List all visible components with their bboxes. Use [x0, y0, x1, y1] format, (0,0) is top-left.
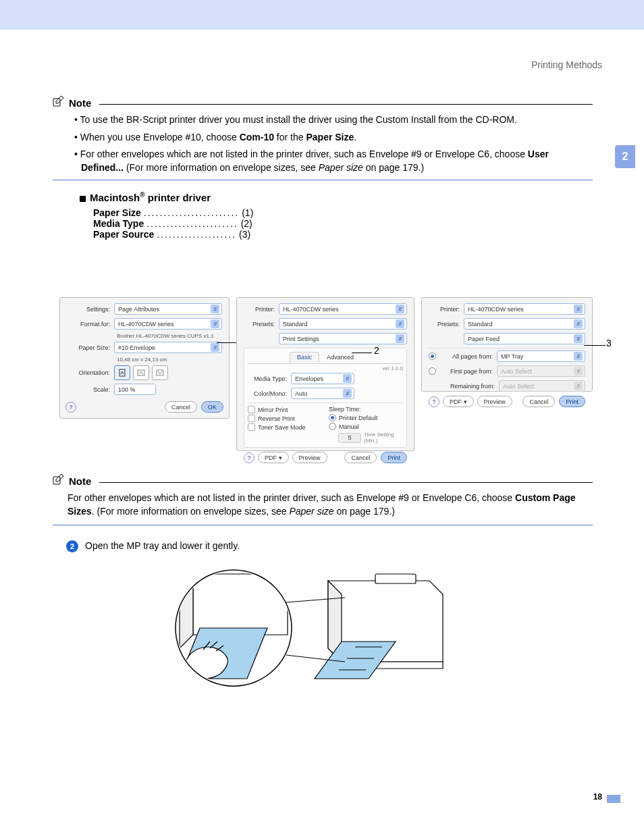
d1-cancel-button[interactable]: Cancel [165, 401, 197, 413]
d3-printer-label: Printer: [429, 306, 460, 313]
help-icon[interactable]: ? [65, 402, 76, 413]
updown-icon: ⇵ [396, 334, 404, 343]
d1-orientation-label: Orientation: [67, 369, 110, 376]
dialog-page-setup: Settings: Page Attributes⇵ Format for: H… [59, 297, 230, 419]
pencil-note-icon [53, 95, 65, 109]
d2-inner-panel: Basic Advanced ver.1.0.0 Media Type: Env… [244, 348, 407, 448]
note-1-bullet-3: • For other envelopes which are not list… [74, 148, 593, 174]
top-band [0, 0, 644, 30]
d2-presets-label: Presets: [244, 321, 275, 328]
d1-format-select[interactable]: HL-4070CDW series⇵ [114, 318, 222, 330]
macintosh-driver-heading: Macintosh® printer driver [80, 191, 593, 203]
updown-icon: ⇵ [343, 389, 352, 398]
note-1-header: Note [53, 95, 593, 109]
d2-print-button[interactable]: Print [381, 452, 407, 463]
updown-icon: ⇵ [211, 305, 219, 313]
d2-pdf-button[interactable]: PDF ▾ [258, 452, 289, 463]
d2-tab-basic[interactable]: Basic [290, 352, 319, 363]
printer-illustration [173, 561, 463, 702]
note-2-rule [99, 482, 593, 483]
note-2-label: Note [69, 475, 91, 487]
help-icon[interactable]: ? [429, 396, 439, 407]
note-1-bottom-rule [53, 180, 593, 180]
d2-sleep-value: 5 [338, 433, 361, 443]
updown-icon: ⇵ [574, 334, 583, 343]
d3-allpages-label: All pages from: [440, 353, 493, 360]
note-2-header: Note [53, 473, 593, 488]
d1-settings-label: Settings: [67, 306, 110, 313]
page-number-accent [607, 795, 620, 803]
d3-printer-select[interactable]: HL-4070CDW series⇵ [464, 303, 585, 315]
callout-2-line [352, 353, 372, 353]
d3-firstpage-label: First page from: [440, 368, 493, 375]
d2-version: ver.1.0.0 [248, 365, 403, 371]
d3-presets-label: Presets: [429, 321, 460, 328]
d1-orient-reverse-landscape[interactable] [152, 365, 168, 380]
driver-row-paper-size: Paper Size ........................ (1) [93, 207, 593, 218]
step-2-text: Open the MP tray and lower it gently. [85, 540, 240, 551]
d1-format-subtext: Brother HL-4070CDW series CUPS v1.1 [117, 333, 222, 339]
d1-orient-landscape[interactable] [133, 365, 149, 380]
d1-orient-portrait[interactable] [114, 365, 130, 380]
step-2: 2 Open the MP tray and lower it gently. [66, 540, 240, 552]
d2-mediatype-select[interactable]: Envelopes⇵ [291, 373, 354, 384]
note-1-body: • To use the BR-Script printer driver yo… [74, 113, 593, 174]
d1-settings-select[interactable]: Page Attributes⇵ [114, 303, 222, 315]
note-1-bullet-2: • When you use Envelope #10, choose Com-… [74, 131, 593, 145]
d3-preview-button[interactable]: Preview [477, 396, 512, 407]
d2-printer-select[interactable]: HL-4070CDW series⇵ [279, 303, 407, 315]
driver-row-paper-source: Paper Source .................... (3) [93, 229, 593, 240]
d2-cancel-button[interactable]: Cancel [344, 452, 377, 463]
page-number: 18 [593, 792, 602, 802]
d1-format-label: Format for: [67, 321, 110, 328]
d3-remaining-label: Remaining from: [442, 383, 495, 390]
note-2-body: For other envelopes which are not listed… [68, 492, 593, 518]
bullet-square-icon [80, 196, 86, 202]
d1-ok-button[interactable]: OK [201, 401, 223, 413]
d2-sleep-manual-radio[interactable]: Manual [329, 423, 403, 430]
chapter-tab: 2 [615, 145, 635, 168]
d3-panel-select[interactable]: Paper Feed⇵ [464, 333, 585, 344]
d3-print-button[interactable]: Print [559, 396, 585, 407]
driver-row-media-type: Media Type ....................... (2) [93, 218, 593, 229]
d3-firstpage-select: Auto Select⇵ [497, 365, 585, 377]
d2-toner-checkbox[interactable]: Toner Save Mode [248, 423, 322, 431]
d2-mirror-checkbox[interactable]: Mirror Print [248, 406, 322, 413]
pencil-note-icon [53, 473, 65, 488]
d3-presets-select[interactable]: Standard⇵ [464, 318, 585, 330]
d1-papersize-select[interactable]: #10 Envelope⇵ [114, 342, 222, 353]
note-1-label: Note [69, 97, 91, 109]
dialog-print-settings: Printer: HL-4070CDW series⇵ Presets: Sta… [236, 297, 414, 451]
updown-icon: ⇵ [574, 367, 583, 375]
d3-allpages-select[interactable]: MP Tray⇵ [497, 350, 585, 362]
note-1-bullet-1: • To use the BR-Script printer driver yo… [74, 113, 593, 127]
callout-2-label: 2 [374, 345, 379, 356]
header-section-title: Printing Methods [531, 59, 602, 70]
updown-icon: ⇵ [211, 343, 219, 352]
d1-papersize-subtext: 10,48 cm x 24,13 cm [117, 357, 222, 363]
d2-panel-select[interactable]: Print Settings⇵ [279, 333, 407, 344]
updown-icon: ⇵ [574, 319, 583, 328]
svg-rect-1 [119, 369, 125, 376]
callout-3-line [584, 345, 606, 346]
d1-scale-input[interactable]: 100 % [114, 384, 156, 395]
d3-allpages-radio[interactable] [429, 353, 436, 360]
help-icon[interactable]: ? [244, 452, 254, 463]
updown-icon: ⇵ [211, 319, 219, 328]
d2-sleep-suffix: Time Setting (Min.) [364, 432, 403, 444]
note-1-rule [99, 104, 593, 105]
d3-cancel-button[interactable]: Cancel [522, 396, 555, 407]
d3-pdf-button[interactable]: PDF ▾ [443, 396, 474, 407]
d2-tab-advanced[interactable]: Advanced [319, 352, 361, 362]
d2-reverse-checkbox[interactable]: Reverse Print [248, 415, 322, 422]
updown-icon: ⇵ [343, 374, 352, 383]
d2-preview-button[interactable]: Preview [292, 452, 327, 463]
step-2-badge: 2 [66, 540, 78, 552]
d2-colormono-select[interactable]: Auto⇵ [291, 388, 354, 399]
updown-icon: ⇵ [574, 352, 583, 361]
d3-firstpage-radio[interactable] [429, 367, 436, 375]
note-2-bottom-rule [53, 525, 593, 525]
d2-printer-label: Printer: [244, 306, 275, 313]
d2-presets-select[interactable]: Standard⇵ [279, 318, 407, 330]
d2-sleep-default-radio[interactable]: Printer Default [329, 414, 403, 421]
